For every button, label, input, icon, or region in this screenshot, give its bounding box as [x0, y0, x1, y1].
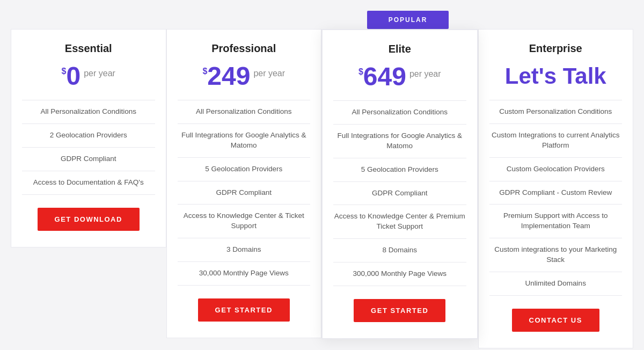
plans-row: Essential$0per yearAll Personalization C…	[11, 29, 633, 348]
price-period-elite: per year	[409, 69, 441, 79]
feature-item: 2 Geolocation Providers	[22, 124, 155, 148]
feature-item: Access to Knowledge Center & Premium Tic…	[333, 205, 466, 239]
plan-price-elite: $649per year	[358, 64, 441, 90]
feature-item: Custom Geolocation Providers	[489, 158, 623, 181]
price-currency-professional: $	[202, 67, 207, 76]
feature-item: Premium Support with Access to Implement…	[489, 205, 623, 238]
feature-list-essential: All Personalization Conditions2 Geolocat…	[22, 100, 155, 195]
plan-card-professional: Professional$249per yearAll Personalizat…	[166, 29, 322, 338]
feature-item: 30,000 Monthly Page Views	[178, 262, 311, 286]
feature-item: Unlimited Domains	[489, 272, 623, 296]
feature-item: 3 Domains	[178, 238, 311, 262]
feature-item: Full Integrations for Google Analytics &…	[178, 124, 311, 158]
feature-item: GDPR Compliant	[333, 182, 466, 206]
price-period-professional: per year	[253, 69, 285, 78]
plan-price-essential: $0per year	[62, 63, 115, 89]
feature-item: All Personalization Conditions	[22, 100, 155, 124]
plan-name-professional: Professional	[211, 42, 276, 55]
cta-button-essential[interactable]: GET DOWNLOAD	[38, 208, 140, 231]
feature-item: 8 Domains	[333, 239, 466, 262]
plan-price-enterprise: Let's Talk	[505, 63, 606, 89]
feature-list-professional: All Personalization ConditionsFull Integ…	[178, 100, 311, 286]
feature-list-elite: All Personalization ConditionsFull Integ…	[333, 100, 466, 286]
feature-item: Custom integrations to your Marketing St…	[489, 238, 623, 272]
feature-item: 300,000 Monthly Page Views	[333, 262, 466, 286]
plan-card-essential: Essential$0per yearAll Personalization C…	[11, 29, 166, 247]
plan-name-elite: Elite	[389, 43, 411, 55]
feature-item: GDPR Compliant	[178, 181, 311, 205]
feature-item: GDPR Compliant - Custom Review	[489, 181, 623, 205]
plan-name-enterprise: Enterprise	[529, 42, 582, 55]
cta-button-professional[interactable]: GET STARTED	[198, 298, 290, 322]
feature-item: 5 Geolocation Providers	[333, 158, 466, 182]
price-currency-elite: $	[358, 67, 363, 77]
cta-button-elite[interactable]: GET STARTED	[354, 299, 445, 322]
feature-item: 5 Geolocation Providers	[178, 158, 311, 181]
feature-item: Access to Documentation & FAQ's	[22, 171, 155, 195]
price-amount-professional: 249	[207, 63, 250, 89]
plan-card-elite: Elite$649per yearAll Personalization Con…	[321, 29, 478, 339]
feature-item: Full Integrations for Google Analytics &…	[333, 125, 466, 158]
popular-badge: Popular	[367, 11, 449, 29]
plan-price-professional: $249per year	[202, 63, 285, 89]
price-period-essential: per year	[84, 69, 115, 78]
price-currency-essential: $	[62, 67, 67, 76]
cta-button-enterprise[interactable]: CONTACT US	[512, 309, 599, 332]
pricing-wrapper: Popular Essential$0per yearAll Personali…	[11, 11, 633, 348]
feature-item: GDPR Compliant	[22, 148, 155, 171]
feature-item: All Personalization Conditions	[333, 101, 466, 125]
feature-item: Custom Personalization Conditions	[489, 100, 623, 124]
price-amount-elite: 649	[363, 64, 406, 90]
feature-item: Custom Integrations to current Analytics…	[489, 124, 623, 158]
plan-name-essential: Essential	[65, 42, 112, 55]
feature-item: Access to Knowledge Center & Ticket Supp…	[178, 205, 311, 238]
feature-item: All Personalization Conditions	[178, 100, 311, 124]
feature-list-enterprise: Custom Personalization ConditionsCustom …	[489, 100, 623, 296]
price-amount-essential: 0	[67, 63, 81, 89]
plan-card-enterprise: EnterpriseLet's TalkCustom Personalizati…	[478, 29, 634, 348]
